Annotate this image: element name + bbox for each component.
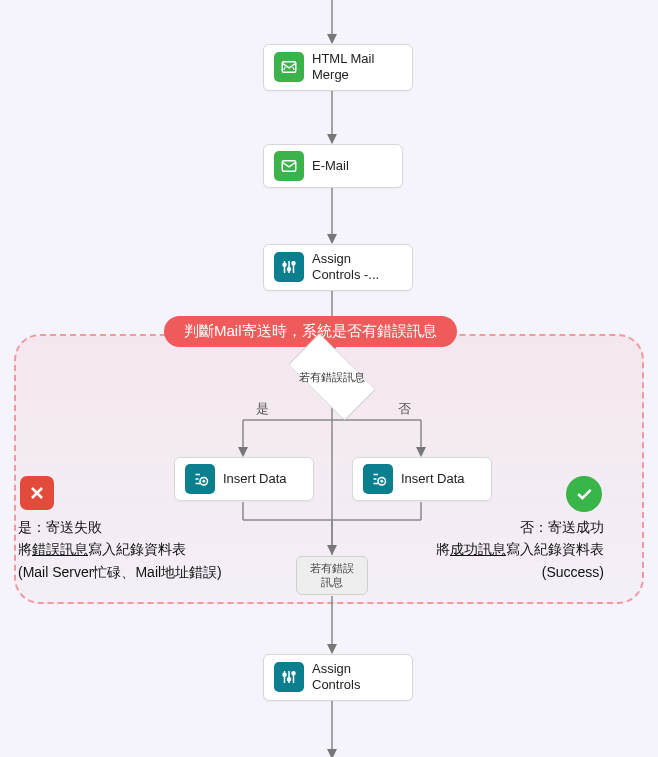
annot-line: 是：寄送失敗 [18,516,222,538]
cross-icon [20,476,54,510]
node-assign-controls-bottom[interactable]: Assign Controls [263,654,413,701]
node-label: Insert Data [401,471,465,487]
insert-icon [185,464,215,494]
node-email[interactable]: E-Mail [263,144,403,188]
svg-point-20 [288,268,291,271]
node-insert-data-left[interactable]: Insert Data [174,457,314,501]
branch-label-no: 否 [398,400,411,418]
node-insert-data-right[interactable]: Insert Data [352,457,492,501]
annot-line: 將錯誤訊息寫入紀錄資料表 [18,538,222,560]
node-html-mail-merge[interactable]: HTML Mail Merge [263,44,413,91]
annot-line: 否：寄送成功 [436,516,604,538]
annot-line: 將成功訊息寫入紀錄資料表 [436,538,604,560]
node-label: E-Mail [312,158,349,174]
sliders-icon [274,252,304,282]
insert-icon [363,464,393,494]
branch-label-yes: 是 [256,400,269,418]
mail-merge-icon [274,52,304,82]
callout-text: 判斷Mail寄送時，系統是否有錯誤訊息 [184,322,437,339]
svg-point-30 [292,672,295,675]
node-assign-controls-top[interactable]: Assign Controls -... [263,244,413,291]
svg-point-22 [292,262,295,265]
annot-line: (Mail Server忙碌、Mail地址錯誤) [18,561,222,583]
annot-line: (Success) [436,561,604,583]
node-label: Insert Data [223,471,287,487]
annotation-right: 否：寄送成功 將成功訊息寫入紀錄資料表 (Success) [436,516,604,583]
node-label: Assign Controls -... [312,251,402,284]
node-label: Assign Controls [312,661,402,694]
merge-label: 若有錯誤訊息 [310,562,354,588]
decision-diamond[interactable]: 若有錯誤訊息 [277,352,387,402]
envelope-icon [274,151,304,181]
merge-node[interactable]: 若有錯誤訊息 [296,556,368,595]
svg-point-18 [283,264,286,267]
flowchart-canvas: 判斷Mail寄送時，系統是否有錯誤訊息 HTML Mail Merge E-Ma… [0,0,658,757]
annotation-left: 是：寄送失敗 將錯誤訊息寫入紀錄資料表 (Mail Server忙碌、Mail地… [18,516,222,583]
check-icon [566,476,602,512]
decision-label: 若有錯誤訊息 [299,370,365,384]
node-label: HTML Mail Merge [312,51,402,84]
svg-point-28 [288,678,291,681]
sliders-icon [274,662,304,692]
svg-point-26 [283,674,286,677]
